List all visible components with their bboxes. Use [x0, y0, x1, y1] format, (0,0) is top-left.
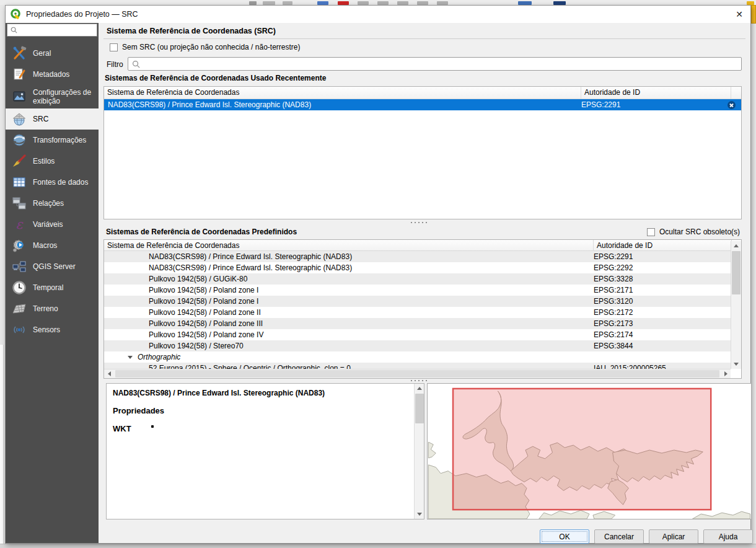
- land-mass: [692, 511, 750, 519]
- scroll-up-arrow[interactable]: [731, 241, 741, 250]
- horizontal-scrollbar[interactable]: [104, 369, 731, 378]
- hide-deprecated-label: Ocultar SRC obsoleto(s): [659, 228, 740, 236]
- metadata-icon: [12, 67, 27, 82]
- recent-table-body: NAD83(CSRS98) / Prince Edward Isl. Stere…: [104, 99, 741, 110]
- title-rule: [103, 38, 745, 39]
- sidebar-item-qgis-server[interactable]: QGIS Server: [6, 256, 99, 277]
- column-header-spacer: [731, 87, 741, 99]
- collapse-caret-icon[interactable]: [128, 356, 133, 359]
- scrollbar-thumb[interactable]: [115, 370, 719, 378]
- scroll-right-arrow[interactable]: [721, 369, 731, 378]
- recent-section-title: Sistemas de Referência de Coordenadas Us…: [105, 74, 326, 82]
- hide-deprecated-checkbox[interactable]: Ocultar SRC obsoleto(s): [647, 228, 740, 236]
- splitter-handle[interactable]: [410, 221, 429, 224]
- sidebar-item-transformacoes[interactable]: Transformações: [6, 130, 99, 151]
- column-header-authority[interactable]: Autoridade de ID: [594, 240, 732, 250]
- predefined-section-title: Sistemas de Referência de Coordenadas Pr…: [106, 228, 297, 236]
- predefined-crs-row[interactable]: Orthographic: [104, 351, 731, 363]
- predefined-table-body: NAD83(CSRS98) / Prince Edward Isl. Stere…: [104, 251, 731, 369]
- relations-icon: [12, 196, 27, 211]
- splitter-handle[interactable]: [410, 379, 429, 382]
- sidebar-item-src[interactable]: SRC: [6, 108, 99, 130]
- page-title: Sistema de Referência de Coordenadas (SR…: [107, 27, 276, 35]
- sidebar-item-relacoes[interactable]: Relações: [6, 193, 99, 214]
- crs-extent-highlight: [453, 389, 711, 510]
- scroll-down-arrow[interactable]: [415, 510, 424, 519]
- crs-details-panel: NAD83(CSRS98) / Prince Edward Isl. Stere…: [106, 383, 424, 519]
- predefined-crs-row[interactable]: Pulkovo 1942(58) / Poland zone III EPSG:…: [104, 318, 731, 329]
- sidebar-list: Geral Metadados Configurações de exibiçã…: [6, 43, 99, 340]
- dialog-button-row: OKCancelarAplicarAjuda: [540, 529, 753, 544]
- scroll-up-arrow[interactable]: [415, 384, 424, 393]
- land-mass: [593, 511, 615, 519]
- recent-crs-row[interactable]: NAD83(CSRS98) / Prince Edward Isl. Stere…: [104, 99, 741, 110]
- land-mass: [428, 442, 436, 458]
- ok-button[interactable]: OK: [540, 529, 589, 544]
- predefined-crs-row[interactable]: Pulkovo 1942(58) / Poland zone I EPSG:31…: [104, 296, 731, 307]
- transform-globe-icon: [12, 133, 27, 148]
- background-bottom-strip: [0, 544, 756, 548]
- table-header: Sistema de Referência de Coordenadas Aut…: [104, 87, 741, 99]
- scroll-left-arrow[interactable]: [104, 369, 114, 378]
- predefined-crs-table: Sistema de Referência de Coordenadas Aut…: [103, 239, 742, 379]
- background-toolbar-strip: [0, 0, 756, 5]
- sidebar-item-terreno[interactable]: Terreno: [6, 298, 99, 319]
- macros-gear-icon: [12, 238, 27, 253]
- sidebar-item-fontes-de-dados[interactable]: Fontes de dados: [6, 172, 99, 193]
- predefined-crs-row[interactable]: NAD83(CSRS98) / Prince Edward Isl. Stere…: [104, 251, 731, 262]
- sidebar-item-metadados[interactable]: Metadados: [6, 64, 99, 85]
- sidebar-item-geral[interactable]: Geral: [6, 43, 99, 64]
- predefined-crs-row[interactable]: Pulkovo 1942(58) / Poland zone I EPSG:21…: [104, 285, 731, 296]
- column-header-crs[interactable]: Sistema de Referência de Coordenadas: [104, 87, 581, 99]
- crs-extent-preview: [427, 383, 752, 519]
- window-title: Propriedades do Projeto — SRC: [26, 10, 138, 19]
- predefined-crs-row[interactable]: Pulkovo 1942(58) / Stereo70 EPSG:3844: [104, 340, 731, 351]
- predefined-crs-row[interactable]: NAD83(CSRS98) / Prince Edward Isl. Stere…: [104, 262, 731, 273]
- no-crs-label: Sem SRC (ou projeção não conhecida / não…: [122, 43, 300, 51]
- help-button[interactable]: Ajuda: [703, 529, 753, 544]
- scrollbar-thumb[interactable]: [732, 251, 741, 294]
- scroll-down-arrow[interactable]: [731, 360, 741, 369]
- filter-input[interactable]: [128, 57, 742, 71]
- content-area: Sistema de Referência de Coordenadas (SR…: [99, 23, 750, 543]
- remove-recent-icon[interactable]: [727, 101, 736, 109]
- toolbar-fragment-yellow: [751, 5, 756, 24]
- cancel-button[interactable]: Cancelar: [594, 529, 644, 544]
- sidebar-item-macros[interactable]: Macros: [6, 235, 99, 256]
- sidebar-item-variaveis[interactable]: ε Variáveis: [6, 214, 99, 235]
- titlebar: Propriedades do Projeto — SRC ✕: [6, 6, 750, 23]
- vertical-scrollbar[interactable]: [414, 384, 424, 519]
- display-settings-icon: [12, 89, 27, 104]
- predefined-crs-row[interactable]: 52 Europa (2015) - Sphere / Ocentric / O…: [104, 363, 731, 369]
- tools-icon: [12, 46, 27, 61]
- sidebar: Geral Metadados Configurações de exibiçã…: [6, 23, 99, 543]
- column-header-authority[interactable]: Autoridade de ID: [581, 87, 731, 99]
- column-header-crs[interactable]: Sistema de Referência de Coordenadas: [104, 240, 594, 250]
- sidebar-search-input[interactable]: [7, 24, 97, 37]
- search-icon: [10, 26, 18, 34]
- server-icon: [12, 259, 27, 274]
- no-crs-checkbox[interactable]: Sem SRC (ou projeção não conhecida / não…: [110, 43, 300, 51]
- predefined-crs-row[interactable]: Pulkovo 1942(58) / Poland zone IV EPSG:2…: [104, 329, 731, 340]
- sidebar-item-configuracoes-de-exibicao[interactable]: Configurações de exibição: [6, 85, 99, 108]
- vertical-scrollbar[interactable]: [731, 241, 741, 369]
- land-mass: [539, 510, 589, 519]
- sidebar-item-estilos[interactable]: Estilos: [6, 151, 99, 172]
- predefined-crs-row[interactable]: Pulkovo 1942(58) / Poland zone II EPSG:2…: [104, 307, 731, 318]
- qgis-logo-icon: [10, 9, 21, 20]
- epsilon-icon: ε: [12, 217, 27, 232]
- clock-icon: [12, 280, 27, 295]
- checkbox-box[interactable]: [647, 228, 655, 236]
- scrollbar-thumb[interactable]: [415, 394, 424, 423]
- table-header: Sistema de Referência de Coordenadas Aut…: [104, 240, 741, 251]
- predefined-crs-row[interactable]: Pulkovo 1942(58) / GUGiK-80 EPSG:3328: [104, 273, 731, 285]
- properties-heading: Propriedades: [113, 406, 411, 415]
- checkbox-box[interactable]: [110, 43, 118, 51]
- wkt-heading: WKT: [113, 424, 411, 433]
- apply-button[interactable]: Aplicar: [649, 529, 698, 544]
- close-icon[interactable]: ✕: [732, 7, 747, 21]
- background-left-strip: [0, 5, 5, 544]
- terrain-icon: [12, 301, 27, 316]
- sidebar-item-sensors[interactable]: Sensors: [6, 319, 99, 340]
- sidebar-item-temporal[interactable]: Temporal: [6, 277, 99, 298]
